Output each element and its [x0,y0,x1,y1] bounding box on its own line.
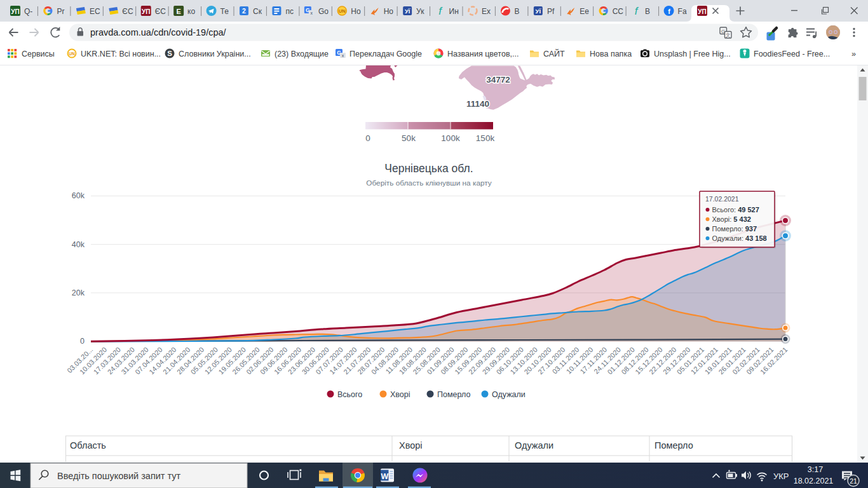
svg-text:文: 文 [726,32,731,38]
svg-text:W: W [381,472,388,481]
svg-text:Ук: Ук [416,7,424,16]
svg-text:2: 2 [242,7,246,15]
svg-text:Ее: Ее [580,7,589,16]
svg-text:УП: УП [698,8,706,15]
svg-text:21: 21 [850,477,857,485]
svg-text:(23) Входящие: (23) Входящие [275,50,329,58]
svg-text:УП: УП [142,8,150,15]
svg-text:УЇ: УЇ [536,8,541,15]
svg-text:Померло: 937: Померло: 937 [712,225,757,233]
svg-text:пс: пс [285,7,294,16]
svg-text:Одужали: Одужали [515,440,553,451]
svg-text:UN: UN [69,51,75,56]
svg-text:Померло: Померло [654,440,693,451]
svg-text:S: S [167,50,172,57]
svg-text:60k: 60k [72,191,85,200]
svg-text:UKR.NET: Всі новин...: UKR.NET: Всі новин... [81,50,161,58]
svg-text:ЄС: ЄС [155,7,166,16]
svg-text:Но: Но [351,7,361,16]
svg-text:Чернівецька обл.: Чернівецька обл. [384,162,473,175]
svg-text:pravda.com.ua/cdn/covid-19/cpa: pravda.com.ua/cdn/covid-19/cpa/ [90,27,227,37]
svg-text:»: » [851,50,856,58]
svg-text:Fa: Fa [678,7,687,16]
svg-text:Названия цветов,...: Названия цветов,... [447,50,519,58]
svg-text:Всього: 49 527: Всього: 49 527 [712,206,759,214]
svg-text:УЇ: УЇ [405,8,410,15]
svg-text:ЕС: ЕС [90,7,100,16]
svg-text:УКР: УКР [773,471,789,481]
svg-text:f: f [635,5,639,17]
svg-text:UN: UN [339,8,346,14]
svg-text:Сервисы: Сервисы [22,50,55,58]
svg-text:Pf: Pf [547,7,555,16]
svg-text:Нова папка: Нова папка [590,50,632,58]
svg-text:3:17: 3:17 [808,465,823,474]
svg-text:Одужали: Одужали [492,390,526,399]
svg-text:150k: 150k [476,133,495,143]
svg-text:В: В [645,7,650,16]
svg-text:40k: 40k [72,240,85,249]
svg-text:Оберіть область клікнувши на к: Оберіть область клікнувши на карту [366,179,491,187]
svg-text:E: E [176,8,180,15]
svg-text:x: x [342,53,344,58]
svg-text:11140: 11140 [466,99,489,109]
svg-text:Померло: Померло [437,390,470,399]
svg-text:Область: Область [70,440,106,451]
svg-text:Gо: Gо [318,7,329,16]
svg-text:0: 0 [80,337,85,346]
svg-text:Всього: Всього [337,390,362,399]
svg-text:ко: ко [187,7,195,16]
svg-text:Перекладач Google: Перекладач Google [349,50,422,58]
svg-text:34772: 34772 [486,75,510,85]
svg-text:Ин: Ин [449,7,459,16]
svg-text:САЙТ: САЙТ [543,49,565,58]
svg-text:Ех: Ех [482,7,491,16]
svg-text:f: f [668,8,670,15]
svg-text:18.02.2021: 18.02.2021 [794,477,834,485]
svg-text:Q-: Q- [24,7,32,16]
svg-text:УП: УП [11,8,19,15]
svg-text:Хворі: 5 432: Хворі: 5 432 [712,215,751,223]
svg-text:20k: 20k [72,288,85,297]
svg-text:Ск: Ск [253,7,262,16]
svg-text:Unsplash | Free Hig...: Unsplash | Free Hig... [654,50,731,58]
svg-text:Введіть пошуковий запит тут: Введіть пошуковий запит тут [57,471,181,481]
svg-text:0: 0 [365,133,370,143]
svg-text:17.02.2021: 17.02.2021 [705,195,739,203]
svg-text:FoodiesFeed - Free...: FoodiesFeed - Free... [754,50,830,58]
svg-text:x: x [311,11,313,15]
svg-text:Но: Но [384,7,394,16]
svg-text:Pr: Pr [57,7,64,16]
svg-text:В: В [514,7,519,16]
svg-text:СС: СС [613,7,624,16]
svg-text:f: f [438,5,443,17]
svg-text:50k: 50k [402,133,416,143]
svg-text:Те: Те [220,7,229,16]
svg-text:Словники Украіни...: Словники Украіни... [179,50,251,58]
svg-text:Хворі: Хворі [390,390,410,399]
svg-text:Одужали: 43 158: Одужали: 43 158 [712,234,767,242]
svg-text:Хворі: Хворі [399,440,423,451]
svg-text:ЄС: ЄС [122,7,133,16]
svg-text:100k: 100k [441,133,460,143]
